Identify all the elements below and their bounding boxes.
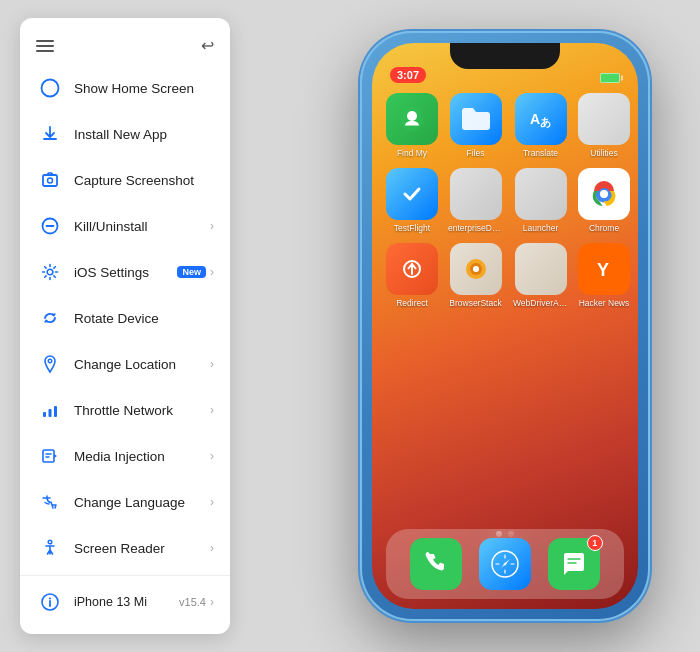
screen-reader-label: Screen Reader (74, 541, 206, 556)
svg-text:あ: あ (540, 116, 551, 128)
sidebar-item-capture-screenshot[interactable]: Capture Screenshot (20, 157, 230, 203)
download-icon (36, 120, 64, 148)
list-item[interactable]: Redirect (386, 243, 438, 308)
hamburger-icon[interactable] (36, 40, 54, 52)
app-icon-testflight[interactable] (386, 168, 438, 220)
dock: 1 (386, 529, 624, 599)
dock-app-safari[interactable] (479, 538, 531, 590)
app-label: enterpriseDum... (448, 223, 503, 233)
list-item[interactable]: enterpriseDum... (448, 168, 503, 233)
message-badge: 1 (587, 535, 603, 551)
info-icon (36, 588, 64, 616)
app-icon-files[interactable] (450, 93, 502, 145)
chevron-icon: › (210, 495, 214, 509)
app-label: Launcher (523, 223, 558, 233)
install-app-label: Install New App (74, 127, 214, 142)
device-name: iPhone 13 Mi (74, 595, 177, 609)
new-badge: New (177, 266, 206, 278)
chevron-icon: › (210, 541, 214, 555)
sidebar-item-media-injection[interactable]: Media Injection › (20, 433, 230, 479)
svg-point-12 (49, 598, 51, 600)
list-item[interactable]: Y Hacker News (578, 243, 630, 308)
app-label: TestFlight (394, 223, 430, 233)
list-item[interactable]: TestFlight (386, 168, 438, 233)
list-item[interactable]: Aあ Translate (513, 93, 568, 158)
dock-app-messages[interactable]: 1 (548, 538, 600, 590)
sidebar-item-ios-settings[interactable]: iOS Settings New › (20, 249, 230, 295)
app-icon-enterprise[interactable] (450, 168, 502, 220)
phone-container: 3:07 Find My Files (360, 31, 650, 621)
signal-icon (36, 396, 64, 424)
list-item[interactable]: Chrome (578, 168, 630, 233)
chevron-icon: › (210, 265, 214, 279)
svg-point-2 (48, 178, 53, 183)
app-icon-redirect[interactable] (386, 243, 438, 295)
kill-icon (36, 212, 64, 240)
sidebar-item-install-app[interactable]: Install New App (20, 111, 230, 157)
ios-settings-label: iOS Settings (74, 265, 172, 280)
accessibility-icon (36, 534, 64, 562)
phone-outer: 3:07 Find My Files (360, 31, 650, 621)
app-icon-utilities[interactable] (578, 93, 630, 145)
sidebar-item-rotate-device[interactable]: Rotate Device (20, 295, 230, 341)
sidebar-item-change-location[interactable]: Change Location › (20, 341, 230, 387)
chevron-icon: › (210, 449, 214, 463)
app-label: WebDriverAge... (513, 298, 568, 308)
back-icon[interactable]: ↩ (201, 36, 214, 55)
svg-point-4 (47, 269, 53, 275)
media-injection-label: Media Injection (74, 449, 206, 464)
svg-point-10 (48, 540, 52, 544)
throttle-network-label: Throttle Network (74, 403, 206, 418)
svg-text:Y: Y (597, 260, 609, 280)
svg-point-14 (407, 111, 417, 121)
sidebar-item-kill-uninstall[interactable]: Kill/Uninstall › (20, 203, 230, 249)
change-language-label: Change Language (74, 495, 206, 510)
svg-point-5 (48, 359, 52, 363)
svg-rect-1 (43, 175, 57, 186)
sidebar-item-show-home[interactable]: Show Home Screen (20, 65, 230, 111)
svg-point-19 (600, 190, 608, 198)
app-icon-webdriver[interactable] (515, 243, 567, 295)
sidebar-divider (20, 575, 230, 576)
app-label: Chrome (589, 223, 619, 233)
list-item[interactable]: BrowserStack (448, 243, 503, 308)
svg-rect-9 (43, 450, 54, 462)
list-item[interactable]: WebDriverAge... (513, 243, 568, 308)
gear-icon (36, 258, 64, 286)
chevron-icon: › (210, 357, 214, 371)
sidebar-item-throttle-network[interactable]: Throttle Network › (20, 387, 230, 433)
app-label: Files (467, 148, 485, 158)
change-location-label: Change Location (74, 357, 206, 372)
app-icon-translate[interactable]: Aあ (515, 93, 567, 145)
svg-rect-6 (43, 412, 46, 417)
rotate-icon (36, 304, 64, 332)
show-home-label: Show Home Screen (74, 81, 214, 96)
app-label: Hacker News (579, 298, 630, 308)
app-icon-chrome[interactable] (578, 168, 630, 220)
dock-app-phone[interactable] (410, 538, 462, 590)
chevron-icon: › (210, 595, 214, 609)
list-item[interactable]: Utilities (578, 93, 630, 158)
sidebar-header: ↩ (20, 28, 230, 65)
app-label: Find My (397, 148, 427, 158)
app-label: BrowserStack (449, 298, 501, 308)
svg-point-0 (42, 80, 59, 97)
chevron-icon: › (210, 403, 214, 417)
app-label: Redirect (396, 298, 428, 308)
list-item[interactable]: Find My (386, 93, 438, 158)
list-item[interactable]: Launcher (513, 168, 568, 233)
app-icon-hackernews[interactable]: Y (578, 243, 630, 295)
app-icon-findmy[interactable] (386, 93, 438, 145)
svg-point-23 (473, 266, 479, 272)
sidebar-item-change-language[interactable]: Change Language › (20, 479, 230, 525)
home-icon (36, 74, 64, 102)
phone-screen: 3:07 Find My Files (372, 43, 638, 609)
app-icon-launcher[interactable] (515, 168, 567, 220)
app-label: Translate (523, 148, 558, 158)
device-info[interactable]: iPhone 13 Mi v15.4 › (20, 580, 230, 624)
battery-icon (600, 73, 620, 83)
list-item[interactable]: Files (448, 93, 503, 158)
rotate-device-label: Rotate Device (74, 311, 214, 326)
sidebar-item-screen-reader[interactable]: Screen Reader › (20, 525, 230, 571)
app-icon-browserstack[interactable] (450, 243, 502, 295)
